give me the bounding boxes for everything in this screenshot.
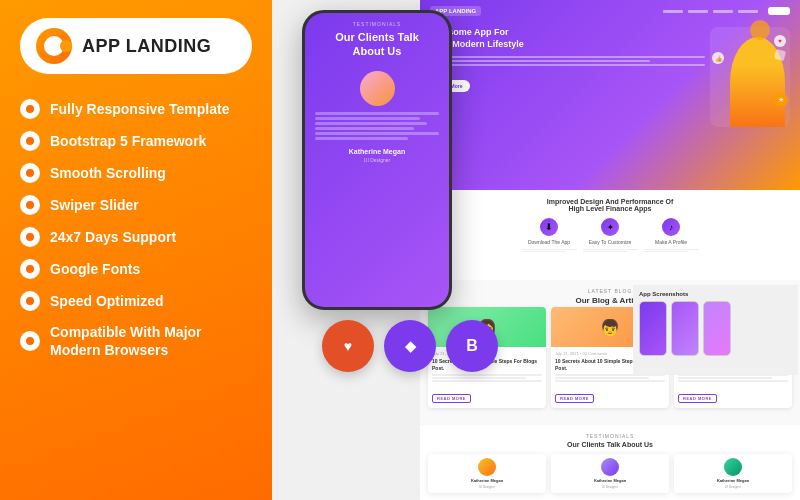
desc-line bbox=[432, 377, 526, 379]
testimonial-name-1: Katherine Megan bbox=[471, 478, 503, 483]
deco-orange-circle bbox=[750, 20, 770, 40]
desc-line bbox=[432, 374, 542, 376]
app-screenshots-strip: App Screenshots bbox=[633, 285, 798, 375]
feature-bullet-support bbox=[20, 227, 40, 247]
site-nav-link bbox=[713, 10, 733, 13]
phone-text-lines bbox=[311, 112, 443, 140]
desc-line bbox=[678, 377, 772, 379]
feature-bullet-swiper bbox=[20, 195, 40, 215]
site-hero-text: Awesome App ForYour Modern Lifestyle Rea… bbox=[430, 27, 705, 92]
blog-card-1-btn[interactable]: READ MORE bbox=[432, 394, 471, 403]
phone-person-name: Katherine Megan bbox=[349, 148, 405, 155]
feature-item-responsive: Fully Responsive Template bbox=[20, 94, 252, 124]
star-icon: ★ bbox=[774, 93, 788, 107]
site-hero-desc-lines bbox=[430, 56, 705, 66]
feature-item-browsers: Compatible With MajorModern Browsers bbox=[20, 318, 252, 364]
phone-text-line bbox=[315, 127, 414, 130]
screenshot-1 bbox=[639, 301, 667, 356]
phone-heading: Our Clients TalkAbout Us bbox=[335, 30, 419, 59]
css-badge: ◆ bbox=[384, 320, 436, 372]
phone-text-line bbox=[315, 117, 420, 120]
feature-label-bootstrap: Bootstrap 5 Framework bbox=[50, 132, 206, 150]
phone-text-line bbox=[315, 122, 427, 125]
screenshot-2 bbox=[671, 301, 699, 356]
logo-icon bbox=[36, 28, 72, 64]
left-panel: APP LANDING Fully Responsive TemplateBoo… bbox=[0, 0, 272, 500]
testimonial-role-3: UI Designer bbox=[725, 485, 741, 489]
thumb-icon: 👍 bbox=[712, 52, 724, 64]
feature-item-speed: Speed Optimized bbox=[20, 286, 252, 316]
feature-item-scrolling: Smooth Scrolling bbox=[20, 158, 252, 188]
site-nav-link bbox=[688, 10, 708, 13]
site-hero-title: Awesome App ForYour Modern Lifestyle bbox=[430, 27, 705, 50]
site-testimonials: TESTIMONIALS Our Clients Talk About Us K… bbox=[420, 425, 800, 500]
logo-icon-inner bbox=[44, 36, 64, 56]
phone-text-line bbox=[315, 112, 439, 115]
site-nav-links bbox=[663, 10, 758, 13]
site-how-works: Improved Design And Performance OfHigh L… bbox=[420, 190, 800, 280]
testimonial-name-3: Katherine Megan bbox=[717, 478, 749, 483]
screenshot-3 bbox=[703, 301, 731, 356]
testimonial-avatar-3 bbox=[724, 458, 742, 476]
feature-bullet-browsers bbox=[20, 331, 40, 351]
feature-list: Fully Responsive TemplateBootstrap 5 Fra… bbox=[20, 94, 252, 364]
feature-item-fonts: Google Fonts bbox=[20, 254, 252, 284]
site-hero-desc-line bbox=[430, 64, 705, 66]
site-nav: APP LANDING bbox=[420, 0, 800, 22]
testimonial-role-1: UI Designer bbox=[479, 485, 495, 489]
website-preview: APP LANDING Awesome App ForYour Modern L… bbox=[420, 0, 800, 500]
desc-line bbox=[555, 380, 665, 382]
site-nav-link bbox=[738, 10, 758, 13]
tech-badges: ♥ ◆ B bbox=[322, 320, 498, 372]
feature-bullet-speed bbox=[20, 291, 40, 311]
feature-label-responsive: Fully Responsive Template bbox=[50, 100, 229, 118]
site-testimonials-label: TESTIMONIALS bbox=[428, 433, 792, 439]
blog-card-1-desc bbox=[432, 374, 542, 382]
feature-bullet-fonts bbox=[20, 259, 40, 279]
phone-avatar bbox=[360, 71, 395, 106]
testimonial-card-1: Katherine Megan UI Designer bbox=[428, 454, 546, 493]
blog-card-3-btn[interactable]: READ MORE bbox=[678, 394, 717, 403]
download-icon: ⬇ bbox=[540, 218, 558, 236]
site-step-label: Easy To Customize bbox=[589, 239, 632, 246]
phone-screen: TESTIMONIALS Our Clients TalkAbout Us Ka… bbox=[305, 13, 449, 307]
css-badge-label: ◆ bbox=[405, 338, 416, 354]
site-testimonials-cards: Katherine Megan UI Designer Katherine Me… bbox=[428, 454, 792, 493]
feature-label-scrolling: Smooth Scrolling bbox=[50, 164, 166, 182]
heart-icon: ♥ bbox=[774, 35, 786, 47]
site-step-label: Download The App bbox=[528, 239, 570, 246]
feature-bullet-bootstrap bbox=[20, 131, 40, 151]
testimonial-avatar-1 bbox=[478, 458, 496, 476]
bootstrap-badge: B bbox=[446, 320, 498, 372]
testimonial-avatar-2 bbox=[601, 458, 619, 476]
blog-card-3-desc bbox=[678, 374, 788, 382]
desc-line bbox=[678, 380, 788, 382]
site-step-customize: ✦ Easy To Customize bbox=[583, 218, 638, 252]
site-nav-btn bbox=[768, 7, 790, 15]
phone-mockup: TESTIMONIALS Our Clients TalkAbout Us Ka… bbox=[302, 10, 452, 310]
site-hero-image: ♥ 👍 ★ bbox=[710, 27, 790, 127]
phone-text-line bbox=[315, 137, 408, 140]
site-step-label: Make A Profile bbox=[655, 239, 687, 246]
profile-icon: ♪ bbox=[662, 218, 680, 236]
bootstrap-badge-label: B bbox=[466, 337, 478, 355]
feature-item-swiper: Swiper Slider bbox=[20, 190, 252, 220]
site-step-download: ⬇ Download The App bbox=[522, 218, 577, 252]
site-how-works-title: Improved Design And Performance OfHigh L… bbox=[432, 198, 788, 212]
right-panel: TESTIMONIALS Our Clients TalkAbout Us Ka… bbox=[272, 0, 800, 500]
site-hero: APP LANDING Awesome App ForYour Modern L… bbox=[420, 0, 800, 190]
site-hero-desc-line bbox=[430, 60, 650, 62]
testimonial-card-2: Katherine Megan UI Designer bbox=[551, 454, 669, 493]
testimonial-card-3: Katherine Megan UI Designer bbox=[674, 454, 792, 493]
desc-line bbox=[432, 380, 542, 382]
phone-testimonials-label: TESTIMONIALS bbox=[353, 21, 402, 27]
site-steps: ⬇ Download The App ✦ Easy To Customize bbox=[432, 218, 788, 252]
feature-bullet-responsive bbox=[20, 99, 40, 119]
feature-bullet-scrolling bbox=[20, 163, 40, 183]
site-nav-link bbox=[663, 10, 683, 13]
feature-item-support: 24x7 Days Support bbox=[20, 222, 252, 252]
customize-icon: ✦ bbox=[601, 218, 619, 236]
site-hero-content: Awesome App ForYour Modern Lifestyle Rea… bbox=[420, 22, 800, 132]
blog-card-2-btn[interactable]: READ MORE bbox=[555, 394, 594, 403]
testimonial-role-2: UI Designer bbox=[602, 485, 618, 489]
